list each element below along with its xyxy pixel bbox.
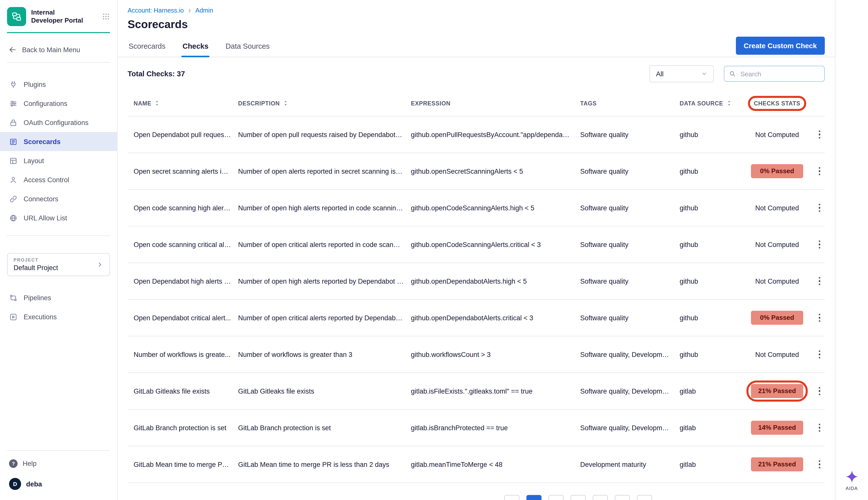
sort-icon[interactable] <box>283 100 288 106</box>
page-button-2[interactable]: 2 <box>548 495 564 500</box>
table-row[interactable]: GitLab Mean time to merge PR ... GitLab … <box>127 446 825 483</box>
lock-icon <box>9 118 18 127</box>
person-icon <box>9 175 18 184</box>
sidebar-item-label: Executions <box>24 313 57 320</box>
table-row[interactable]: Open Dependabot pull request... Number o… <box>127 116 825 153</box>
table-row[interactable]: GitLab Branch protection is set GitLab B… <box>127 410 825 446</box>
search-icon <box>729 70 736 77</box>
divider <box>7 62 110 63</box>
page-button-4[interactable]: 4 <box>593 495 608 500</box>
check-tags: Software quality <box>580 204 680 212</box>
sidebar-item-url-allow-list[interactable]: URL Allow List <box>0 208 117 227</box>
breadcrumb-admin-link[interactable]: Admin <box>196 7 213 14</box>
status-badge: 0% Passed <box>751 311 803 325</box>
page-button-1[interactable]: 1 <box>526 495 542 500</box>
check-description: Number of workflows is greater than 3 <box>238 351 411 358</box>
check-data-source: gitlab <box>680 461 740 468</box>
tab-data-sources[interactable]: Data Sources <box>224 42 271 57</box>
check-name: Open Dependabot pull request... <box>127 131 238 138</box>
tab-checks[interactable]: Checks <box>181 42 210 57</box>
check-expression: github.openCodeScanningAlerts.critical <… <box>411 241 580 248</box>
sidebar-bottom: ? Help D deba <box>0 448 117 500</box>
sidebar-item-label: URL Allow List <box>24 214 67 221</box>
table-row[interactable]: Open code scanning critical ale... Numbe… <box>127 226 825 263</box>
app-switcher-grid-icon[interactable] <box>102 13 110 21</box>
back-to-main-menu[interactable]: Back to Main Menu <box>0 45 117 54</box>
sidebar-item-layout[interactable]: Layout <box>0 151 117 170</box>
tab-scorecards[interactable]: Scorecards <box>127 42 167 57</box>
sidebar-item-oauth-configurations[interactable]: OAuth Configurations <box>0 113 117 132</box>
search-input[interactable] <box>724 66 825 82</box>
aida-assistant-button[interactable]: AIDA <box>845 470 858 491</box>
project-name: Default Project <box>13 264 58 272</box>
sidebar-item-connectors[interactable]: Connectors <box>0 189 117 208</box>
sidebar-item-label: Scorecards <box>24 138 60 145</box>
breadcrumb-account-link[interactable]: Account: Harness.io <box>127 7 184 14</box>
pagination: ‹12345› <box>504 495 652 500</box>
kebab-menu-icon[interactable] <box>814 314 825 322</box>
sidebar-item-label: Configurations <box>24 100 67 107</box>
check-expression: github.openSecretScanningAlerts < 5 <box>411 168 580 175</box>
check-data-source: github <box>680 131 740 138</box>
sidebar-item-executions[interactable]: Executions <box>0 307 117 326</box>
chevron-right-icon <box>187 8 192 13</box>
status-badge: 0% Passed <box>751 164 803 178</box>
sidebar-item-scorecards[interactable]: Scorecards <box>0 132 117 151</box>
sidebar-item-label: Connectors <box>24 195 58 203</box>
kebab-menu-icon[interactable] <box>814 350 825 359</box>
page-button-[interactable]: › <box>637 495 652 500</box>
filter-dropdown[interactable]: All <box>649 65 714 82</box>
check-data-source: github <box>680 204 740 212</box>
check-tags: Software quality <box>580 168 680 175</box>
check-description: Number of open high alerts reported by D… <box>238 277 411 285</box>
globe-icon <box>9 214 18 222</box>
column-header-name[interactable]: NAME <box>127 100 238 106</box>
connector-icon <box>9 194 18 203</box>
right-rail: AIDA <box>835 0 868 500</box>
kebab-menu-icon[interactable] <box>814 167 825 175</box>
layout-icon <box>9 156 18 165</box>
column-header-data-source[interactable]: DATA SOURCE <box>680 100 740 106</box>
kebab-menu-icon[interactable] <box>814 461 825 469</box>
user-menu[interactable]: D deba <box>0 473 117 495</box>
sidebar-item-pipelines[interactable]: Pipelines <box>0 288 117 307</box>
column-header-checks-stats: CHECKS STATS <box>740 100 814 106</box>
page-button-5[interactable]: 5 <box>615 495 630 500</box>
column-header-description[interactable]: DESCRIPTION <box>238 100 411 106</box>
table-row[interactable]: Number of workflows is greate... Number … <box>127 336 825 373</box>
table-row[interactable]: Open code scanning high alert... Number … <box>127 190 825 226</box>
table-row[interactable]: Open secret scanning alerts is ... Numbe… <box>127 153 825 190</box>
kebab-menu-icon[interactable] <box>814 130 825 139</box>
scorecard-icon <box>9 137 18 146</box>
help-button[interactable]: ? Help <box>0 454 117 473</box>
create-custom-check-button[interactable]: Create Custom Check <box>736 36 825 55</box>
project-selector[interactable]: PROJECT Default Project <box>7 253 110 276</box>
check-expression: gitlab.isBranchProtected == true <box>411 424 580 431</box>
sidebar-item-plugins[interactable]: Plugins <box>0 75 117 94</box>
kebab-menu-icon[interactable] <box>814 424 825 432</box>
kebab-menu-icon[interactable] <box>814 240 825 249</box>
help-label: Help <box>23 459 37 467</box>
sort-icon[interactable] <box>155 100 160 106</box>
page-button-3[interactable]: 3 <box>571 495 586 500</box>
table-row[interactable]: Open Dependabot critical alert... Number… <box>127 300 825 336</box>
page-button-[interactable]: ‹ <box>504 495 520 500</box>
sliders-icon <box>9 99 18 108</box>
sidebar-item-access-control[interactable]: Access Control <box>0 170 117 189</box>
table-row[interactable]: GitLab Gitleaks file exists GitLab Gitle… <box>127 373 825 410</box>
check-data-source: gitlab <box>680 424 740 431</box>
tab-bar-tabs: ScorecardsChecksData Sources <box>127 37 271 57</box>
kebab-menu-icon[interactable] <box>814 387 825 395</box>
check-description: Number of open critical alerts reported … <box>238 241 411 248</box>
check-data-source: github <box>680 351 740 358</box>
table-row[interactable]: Open Dependabot high alerts i... Number … <box>127 263 825 300</box>
sidebar-item-label: OAuth Configurations <box>24 119 88 126</box>
check-tags: Software quality, Development... <box>580 387 680 395</box>
kebab-menu-icon[interactable] <box>814 204 825 212</box>
table-header: NAMEDESCRIPTIONEXPRESSIONTAGSDATA SOURCE… <box>127 90 825 116</box>
check-data-source: github <box>680 277 740 285</box>
sidebar-item-configurations[interactable]: Configurations <box>0 94 117 113</box>
sort-icon[interactable] <box>726 100 732 106</box>
check-name: Number of workflows is greate... <box>127 351 238 358</box>
kebab-menu-icon[interactable] <box>814 277 825 285</box>
